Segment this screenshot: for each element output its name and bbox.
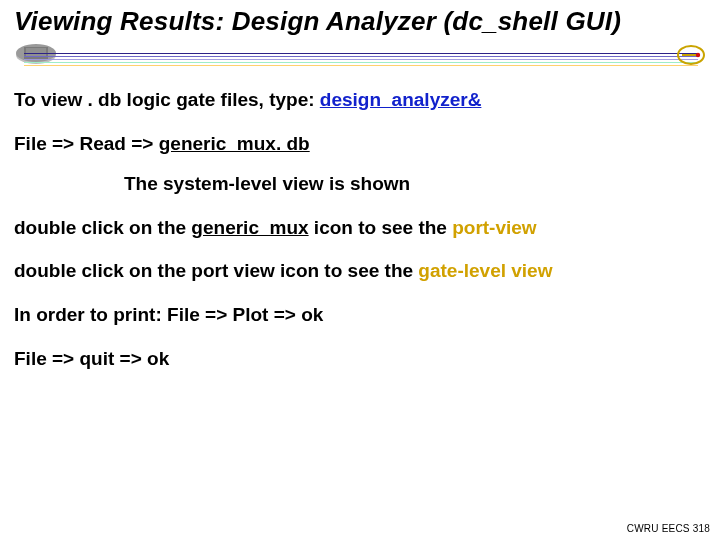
logo-icon [676,44,706,66]
term-text: gate-level view [418,260,552,281]
text: icon to see the [309,217,453,238]
line-port-view: double click on the generic_mux icon to … [14,217,706,239]
icon-name-text: generic_mux [191,217,308,238]
slide-title: Viewing Results: Design Analyzer (dc_she… [14,6,706,37]
text: double click on the [14,217,191,238]
slide: Viewing Results: Design Analyzer (dc_she… [0,0,720,540]
line-gate-view: double click on the port view icon to se… [14,260,706,282]
divider-lines [24,53,698,67]
svg-point-6 [696,53,700,57]
line-file-read: File => Read => generic_mux. db [14,133,706,155]
text: double click on the port view icon to se… [14,260,418,281]
line-quit: File => quit => ok [14,348,706,370]
line-print: In order to print: File => Plot => ok [14,304,706,326]
line-system-view: The system-level view is shown [14,173,706,195]
text: To view . db logic gate files, type: [14,89,320,110]
command-text: design_analyzer& [320,89,482,110]
title-divider [14,41,706,75]
line-open-cmd: To view . db logic gate files, type: des… [14,89,706,111]
term-text: port-view [452,217,536,238]
text: File => Read => [14,133,159,154]
filename-text: generic_mux. db [159,133,310,154]
footer-text: CWRU EECS 318 [627,523,710,534]
slide-body: To view . db logic gate files, type: des… [14,89,706,370]
